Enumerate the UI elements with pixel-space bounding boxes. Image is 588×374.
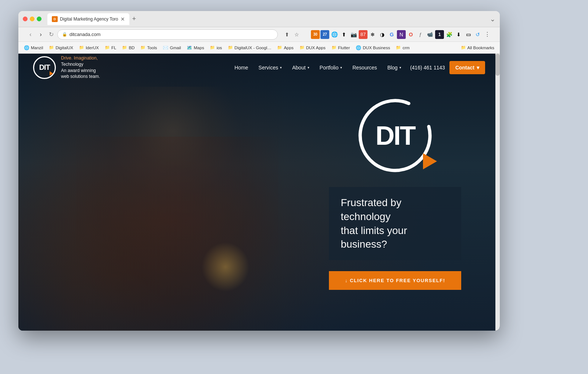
new-tab-button[interactable]: + xyxy=(131,15,138,23)
nav-services[interactable]: Services ▾ xyxy=(254,62,286,73)
nav-home[interactable]: Home xyxy=(230,62,252,73)
bookmark-manzil[interactable]: 🌐 Manzil xyxy=(21,44,46,51)
hero-content: DIT Frustrated by technology that limits… xyxy=(329,95,461,290)
ext-1-icon[interactable]: 1 xyxy=(435,30,444,39)
site-header: DIT Drive. Imagination, Technology An aw… xyxy=(18,54,500,81)
tab-favicon: D xyxy=(52,16,58,22)
maps-icon: 🗺️ xyxy=(187,45,192,50)
folder-icon: 📁 xyxy=(277,45,282,50)
site-logo[interactable]: DIT Drive. Imagination, Technology An aw… xyxy=(33,55,100,80)
nav-blog-arrow: ▾ xyxy=(399,66,401,69)
logo-dit-text: DIT xyxy=(39,63,50,72)
site-nav: Home Services ▾ About ▾ Portfolio ▾ Res xyxy=(230,61,485,74)
reload-button[interactable]: ↻ xyxy=(47,30,55,39)
bookmark-iderux-label: IderUX xyxy=(86,46,99,50)
folder-icon: 📁 xyxy=(79,45,84,50)
ext-up-icon[interactable]: ⬆ xyxy=(340,30,348,39)
bookmark-dux-apps[interactable]: 📁 DUX Apps xyxy=(297,44,328,51)
bookmark-fl-label: FL xyxy=(111,46,116,50)
logo-play-icon xyxy=(50,71,53,76)
bookmark-ios-label: ios xyxy=(216,46,222,50)
ext-g-icon[interactable]: G xyxy=(387,30,396,39)
hero-tagline: Frustrated by technology that limits you… xyxy=(341,196,449,251)
ext-snowflake-icon[interactable]: ❄ xyxy=(368,30,377,39)
hero-tagline-line2: that limits your business? xyxy=(341,225,407,250)
bookmark-tools[interactable]: 📁 Tools xyxy=(138,44,159,51)
bookmark-maps[interactable]: 🗺️ Maps xyxy=(184,44,207,51)
nav-about-label: About xyxy=(292,65,306,71)
close-window-button[interactable] xyxy=(23,17,28,21)
ext-refresh-icon[interactable]: ↺ xyxy=(473,30,482,39)
nav-blog[interactable]: Blog ▾ xyxy=(383,62,406,73)
ext-30-icon[interactable]: 30 xyxy=(311,30,320,39)
cta-label: ↓ CLICK HERE TO FREE YOURSELF! xyxy=(345,278,445,283)
bookmark-crm[interactable]: 📁 crm xyxy=(393,44,412,51)
nav-services-label: Services xyxy=(258,65,278,71)
tab-close-button[interactable]: ✕ xyxy=(121,16,125,22)
folder-icon: 📁 xyxy=(228,45,233,50)
folder-icon: 📁 xyxy=(49,45,54,50)
forward-button[interactable]: › xyxy=(37,30,45,39)
logo-tagline3: An award winning xyxy=(61,68,100,74)
maximize-window-button[interactable] xyxy=(37,17,42,21)
scrollbar[interactable] xyxy=(495,54,500,331)
nav-about-arrow: ▾ xyxy=(308,66,309,69)
nav-resources[interactable]: Resources xyxy=(348,62,381,73)
ext-27-icon[interactable]: 27 xyxy=(320,30,329,39)
bookmark-digitalux-google-label: DigitalUX - Googl… xyxy=(234,46,271,50)
nav-services-arrow: ▾ xyxy=(280,66,282,69)
back-button[interactable]: ‹ xyxy=(26,30,35,39)
contact-button[interactable]: Contact ▾ xyxy=(449,61,485,74)
bookmark-iderux[interactable]: 📁 IderUX xyxy=(76,44,101,51)
folder-icon: 📁 xyxy=(331,45,337,50)
website-content: DIT Drive. Imagination, Technology An aw… xyxy=(18,54,500,331)
ext-camera-icon[interactable]: 📷 xyxy=(349,30,358,39)
bookmark-digitalux-google[interactable]: 📁 DigitalUX - Googl… xyxy=(225,44,274,51)
bookmark-digitalux-label: DigitalUX xyxy=(55,46,73,50)
nav-phone[interactable]: (416) 461 1143 xyxy=(410,65,445,71)
ext-badge-icon[interactable]: 87 xyxy=(359,30,368,39)
bookmark-all[interactable]: 📁 All Bookmarks xyxy=(458,44,497,51)
nav-portfolio[interactable]: Portfolio ▾ xyxy=(315,62,347,73)
bookmark-apps-label: Apps xyxy=(284,46,293,50)
hero-tagline-box: Frustrated by technology that limits you… xyxy=(329,187,461,260)
browser-window: D Digital Marketing Agency Toro ✕ + ⌄ ‹ … xyxy=(18,11,500,331)
address-input[interactable]: 🔒 ditcanada.com xyxy=(57,29,278,40)
bookmark-dux-business[interactable]: 🌐 DUX Business xyxy=(353,44,392,51)
ext-f-icon[interactable]: ƒ xyxy=(416,30,425,39)
hero-section: DIT Drive. Imagination, Technology An aw… xyxy=(18,54,500,331)
bookmark-flutter[interactable]: 📁 Flutter xyxy=(329,44,353,51)
extensions-row: 30 27 🌐 ⬆ 📷 87 ❄ ◑ G N O ƒ 📹 1 🧩 ⬇ ▭ ↺ ⋮ xyxy=(311,30,492,39)
bookmark-dux-business-label: DUX Business xyxy=(363,46,390,50)
logo-tagline2: Technology xyxy=(61,61,100,68)
share-icon[interactable]: ⬆ xyxy=(283,30,291,39)
ext-menu-icon[interactable]: ⋮ xyxy=(483,30,492,39)
bookmark-fl[interactable]: 📁 FL xyxy=(102,44,119,51)
bookmark-all-label: All Bookmarks xyxy=(467,46,495,50)
bookmark-flutter-label: Flutter xyxy=(338,46,350,50)
cta-button[interactable]: ↓ CLICK HERE TO FREE YOURSELF! xyxy=(329,271,461,290)
ext-puzzle-icon[interactable]: 🧩 xyxy=(445,30,453,39)
bookmark-ios[interactable]: 📁 ios xyxy=(207,44,225,51)
ext-n-icon[interactable]: N xyxy=(397,30,406,39)
active-tab[interactable]: D Digital Marketing Agency Toro ✕ xyxy=(47,13,129,25)
bookmark-dux-apps-label: DUX Apps xyxy=(306,46,326,50)
logo-circle: DIT xyxy=(33,56,56,79)
globe-icon: 🌐 xyxy=(24,45,29,50)
bookmark-bd[interactable]: 📁 BD xyxy=(119,44,137,51)
ext-o-icon[interactable]: O xyxy=(406,30,415,39)
lightbulb-glow xyxy=(201,242,250,292)
minimize-window-button[interactable] xyxy=(30,17,35,21)
ext-circle-icon[interactable]: ◑ xyxy=(378,30,387,39)
bookmark-gmail[interactable]: ✉️ Gmail xyxy=(160,44,183,51)
ext-split-icon[interactable]: ▭ xyxy=(464,30,473,39)
bookmark-gmail-label: Gmail xyxy=(170,46,181,50)
bookmark-digitalux[interactable]: 📁 DigitalUX xyxy=(46,44,76,51)
nav-about[interactable]: About ▾ xyxy=(288,62,314,73)
lock-icon: 🔒 xyxy=(62,32,67,37)
bookmark-apps[interactable]: 📁 Apps xyxy=(275,44,296,51)
ext-globe-icon[interactable]: 🌐 xyxy=(330,30,339,39)
ext-download-icon[interactable]: ⬇ xyxy=(454,30,463,39)
bookmark-icon[interactable]: ☆ xyxy=(293,30,301,39)
ext-video-icon[interactable]: 📹 xyxy=(426,30,434,39)
